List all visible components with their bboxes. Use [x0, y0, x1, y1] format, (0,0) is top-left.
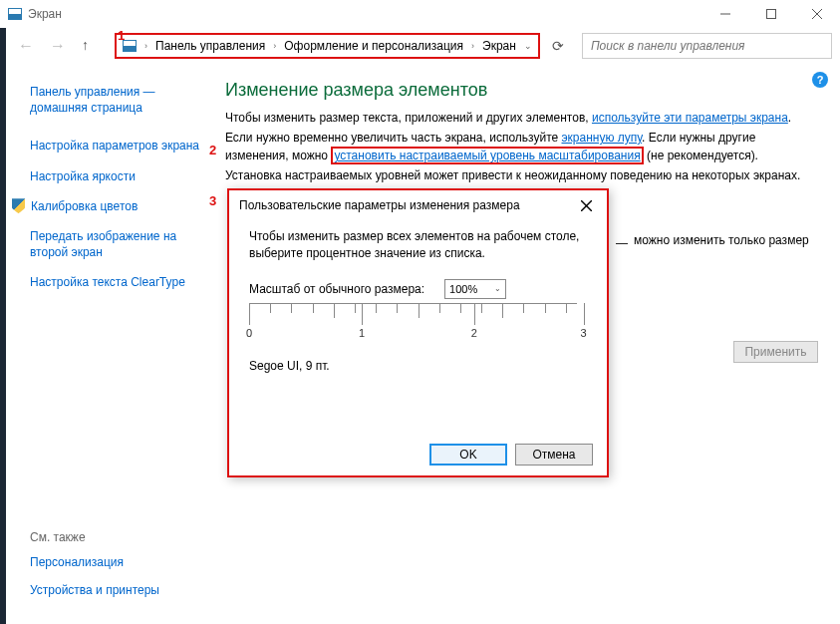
- paragraph: Если нужно временно увеличить часть экра…: [225, 129, 803, 164]
- page-heading: Изменение размера элементов: [225, 80, 820, 101]
- sidebar-item[interactable]: Настройка текста ClearType: [30, 274, 205, 290]
- svg-rect-1: [767, 10, 776, 19]
- sidebar-footer-link[interactable]: Устройства и принтеры: [30, 582, 159, 598]
- window-close-button[interactable]: [794, 0, 840, 28]
- breadcrumb-item[interactable]: Экран: [482, 39, 516, 53]
- ruler[interactable]: 0 1 2 3: [249, 303, 587, 353]
- paragraph: Чтобы изменить размер текста, приложений…: [225, 109, 803, 127]
- dialog-title: Пользовательские параметры изменения раз…: [239, 198, 520, 212]
- cancel-button[interactable]: Отмена: [515, 444, 593, 466]
- magnifier-link[interactable]: экранную лупу: [562, 131, 643, 145]
- hidden-option-text: можно изменить только размер: [634, 233, 809, 247]
- window-minimize-button[interactable]: [702, 0, 748, 28]
- apply-button: Применить: [733, 341, 818, 363]
- annotation-marker-3: 3: [209, 193, 216, 208]
- ruler-label: 0: [246, 327, 252, 339]
- dash: —: [616, 236, 628, 250]
- sidebar-item[interactable]: Настройка параметров экрана: [30, 138, 205, 154]
- explorer-nav-row: ← → ↑ › Панель управления › Оформление и…: [0, 28, 840, 64]
- dialog-titlebar: Пользовательские параметры изменения раз…: [229, 190, 607, 220]
- refresh-icon[interactable]: ⟳: [546, 38, 570, 54]
- ok-button[interactable]: OK: [429, 444, 507, 466]
- nav-forward-icon[interactable]: →: [50, 37, 66, 55]
- shield-icon: [12, 198, 25, 213]
- settings-link[interactable]: используйте эти параметры экрана: [592, 111, 788, 125]
- sidebar-item[interactable]: Настройка яркости: [30, 168, 205, 184]
- sidebar-home-link[interactable]: Панель управления — домашняя страница: [30, 84, 205, 116]
- chevron-right-icon: ›: [273, 41, 276, 51]
- ruler-label: 1: [359, 327, 365, 339]
- sidebar-item-calibrate[interactable]: Калибровка цветов: [12, 198, 205, 214]
- dialog-close-button[interactable]: [565, 190, 607, 220]
- scale-value: 100%: [449, 283, 477, 295]
- nav-up-icon[interactable]: ↑: [82, 37, 89, 55]
- breadcrumb-item[interactable]: Панель управления: [155, 39, 265, 53]
- nav-back-icon[interactable]: ←: [18, 37, 34, 55]
- address-bar[interactable]: › Панель управления › Оформление и персо…: [115, 33, 540, 59]
- custom-scaling-link[interactable]: установить настраиваемый уровень масштаб…: [331, 147, 643, 164]
- chevron-down-icon: ⌄: [494, 284, 501, 293]
- window-title: Экран: [28, 7, 62, 21]
- scale-label: Масштаб от обычного размера:: [249, 282, 424, 296]
- paragraph: Установка настраиваемых уровней может пр…: [225, 166, 803, 184]
- sidebar-footer-heading: См. также: [30, 530, 159, 544]
- search-input-wrap[interactable]: [582, 33, 832, 59]
- annotation-marker-2: 2: [209, 143, 216, 157]
- display-icon: [123, 40, 137, 52]
- sidebar-item[interactable]: Передать изображение на второй экран: [30, 228, 205, 260]
- font-sample: Segoe UI, 9 пт.: [249, 359, 587, 373]
- display-icon: [8, 8, 22, 20]
- sidebar-footer-link[interactable]: Персонализация: [30, 554, 159, 570]
- sidebar-item-label: Калибровка цветов: [31, 198, 138, 214]
- search-input[interactable]: [589, 38, 825, 54]
- ruler-label: 3: [581, 327, 587, 339]
- window-maximize-button[interactable]: [748, 0, 794, 28]
- breadcrumb-item[interactable]: Оформление и персонализация: [284, 39, 463, 53]
- window-titlebar: Экран: [0, 0, 840, 28]
- custom-scaling-dialog: Пользовательские параметры изменения раз…: [227, 188, 609, 477]
- chevron-down-icon[interactable]: ⌄: [524, 41, 532, 51]
- dialog-description: Чтобы изменить размер всех элементов на …: [249, 228, 587, 263]
- ruler-label: 2: [471, 327, 477, 339]
- chevron-right-icon: ›: [144, 41, 147, 51]
- scale-combobox[interactable]: 100% ⌄: [444, 279, 506, 299]
- sidebar: Панель управления — домашняя страница На…: [6, 64, 215, 624]
- chevron-right-icon: ›: [471, 41, 474, 51]
